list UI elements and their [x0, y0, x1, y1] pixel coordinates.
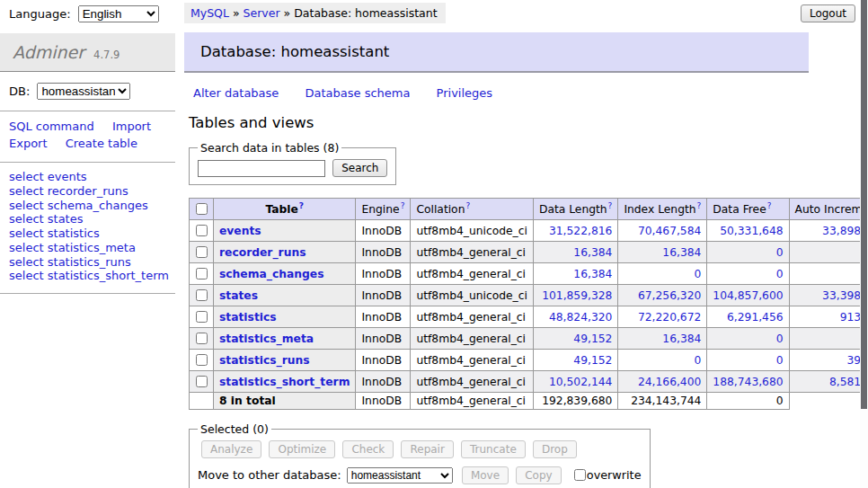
drop-button[interactable]: Drop — [533, 440, 577, 458]
collation-cell: utf8mb4_unicode_ci — [411, 285, 534, 306]
database-schema-link[interactable]: Database schema — [306, 86, 411, 100]
row-checkbox[interactable] — [196, 289, 208, 301]
row-checkbox[interactable] — [196, 333, 208, 344]
check-button[interactable]: Check — [342, 440, 394, 458]
search-input[interactable] — [198, 160, 325, 177]
truncate-button[interactable]: Truncate — [461, 440, 526, 458]
row-checkbox[interactable] — [196, 246, 208, 258]
auto-increment-link[interactable]: 8,581,645 — [795, 376, 868, 388]
scrollbar[interactable] — [860, 0, 868, 488]
data-length-link[interactable]: 101,859,328 — [539, 289, 612, 302]
data-length-link[interactable]: 49,152 — [539, 354, 612, 367]
index-length-link[interactable]: 67,256,320 — [624, 289, 701, 302]
table-row: states InnoDB utf8mb4_unicode_ci 101,859… — [190, 285, 868, 306]
data-length-link[interactable]: 31,522,816 — [539, 225, 612, 237]
db-select[interactable]: homeassistant — [37, 83, 130, 100]
move-button[interactable]: Move — [462, 466, 509, 484]
breadcrumb-server-link[interactable]: Server — [244, 6, 280, 20]
help-link[interactable]: ? — [401, 201, 405, 210]
auto-increment-link[interactable]: 325 — [795, 333, 868, 345]
language-select[interactable]: English — [78, 5, 159, 22]
data-free-link[interactable]: 6,291,456 — [713, 311, 783, 324]
sidebar-select-statistics[interactable]: select statistics — [9, 227, 166, 242]
data-length-link[interactable]: 16,384 — [539, 246, 612, 259]
index-length-link[interactable]: 72,220,672 — [624, 311, 701, 324]
sidebar-select-statistics-meta[interactable]: select statistics_meta — [9, 241, 166, 255]
column-header-table: Table? — [214, 199, 356, 220]
auto-increment-link[interactable]: 39,999 — [795, 354, 868, 367]
copy-button[interactable]: Copy — [516, 466, 561, 484]
auto-increment-link[interactable]: 378 — [795, 246, 868, 259]
help-link[interactable]: ? — [299, 201, 304, 210]
sidebar-select-statistics-runs[interactable]: select statistics_runs — [9, 255, 166, 270]
tables-list: Table? Engine? Collation? Data Length? I… — [189, 198, 868, 410]
data-length-link[interactable]: 49,152 — [539, 333, 612, 345]
index-length-link[interactable]: 16,384 — [624, 246, 701, 259]
data-free-link[interactable]: 0 — [713, 268, 783, 280]
sidebar: Language: English Adminer 4.7.9 DB: home… — [0, 0, 175, 296]
index-length-link[interactable]: 16,384 — [624, 333, 701, 345]
auto-increment-link[interactable]: 913,577 — [795, 311, 868, 324]
collation-cell: utf8mb4_general_ci — [411, 242, 534, 263]
engine-cell: InnoDB — [356, 242, 411, 263]
sidebar-select-schema-changes[interactable]: select schema_changes — [9, 199, 166, 213]
table-name-link[interactable]: statistics_short_term — [219, 376, 350, 388]
help-link[interactable]: ? — [767, 201, 772, 210]
overwrite-label: overwrite — [587, 468, 642, 482]
row-checkbox[interactable] — [196, 268, 208, 279]
table-name-link[interactable]: events — [219, 225, 261, 237]
sidebar-select-statistics-short-term[interactable]: select statistics_short_term — [9, 270, 166, 284]
help-link[interactable]: ? — [608, 201, 613, 210]
data-free-link[interactable]: 0 — [713, 246, 783, 259]
index-length-link[interactable]: 24,166,400 — [624, 376, 701, 388]
sidebar-select-events[interactable]: select events — [9, 171, 166, 185]
auto-increment-link[interactable]: 33,398,984 — [795, 289, 868, 302]
help-link[interactable]: ? — [697, 201, 702, 210]
search-button[interactable]: Search — [332, 159, 387, 177]
sidebar-select-recorder-runs[interactable]: select recorder_runs — [9, 184, 166, 199]
repair-button[interactable]: Repair — [401, 440, 453, 458]
index-length-link[interactable]: 0 — [624, 268, 701, 280]
move-db-select[interactable]: homeassistant — [347, 467, 453, 484]
import-link[interactable]: Import — [112, 120, 151, 133]
row-checkbox[interactable] — [196, 376, 208, 387]
data-free-link[interactable]: 50,331,648 — [713, 225, 783, 237]
engine-cell: InnoDB — [356, 285, 411, 306]
data-free-link[interactable]: 188,743,680 — [713, 376, 783, 388]
alter-database-link[interactable]: Alter database — [193, 86, 279, 100]
total-index-length: 234,143,744 — [618, 393, 707, 410]
sidebar-select-states[interactable]: select states — [9, 213, 166, 227]
analyze-button[interactable]: Analyze — [201, 440, 261, 458]
privileges-link[interactable]: Privileges — [437, 86, 493, 100]
data-free-link[interactable]: 0 — [713, 354, 783, 367]
help-link[interactable]: ? — [465, 201, 470, 210]
sql-command-link[interactable]: SQL command — [9, 120, 94, 133]
export-link[interactable]: Export — [9, 137, 48, 150]
scrollbar-thumb[interactable] — [861, 0, 867, 409]
data-free-link[interactable]: 104,857,600 — [713, 289, 783, 302]
row-checkbox[interactable] — [196, 225, 208, 236]
optimize-button[interactable]: Optimize — [269, 440, 335, 458]
index-length-link[interactable]: 70,467,584 — [624, 225, 701, 237]
index-length-link[interactable]: 0 — [624, 354, 701, 367]
adminer-logo: Adminer 4.7.9 — [0, 33, 175, 72]
table-name-link[interactable]: statistics_meta — [219, 333, 314, 345]
data-free-link[interactable]: 0 — [713, 333, 783, 345]
breadcrumb-mysql-link[interactable]: MySQL — [190, 6, 229, 20]
auto-increment-link[interactable]: 33,898,196 — [795, 225, 868, 237]
row-checkbox[interactable] — [196, 354, 208, 366]
table-name-link[interactable]: statistics_runs — [219, 354, 310, 367]
table-name-link[interactable]: schema_changes — [219, 268, 324, 280]
overwrite-checkbox[interactable] — [574, 469, 586, 481]
logout-button[interactable]: Logout — [801, 4, 855, 22]
data-length-link[interactable]: 16,384 — [539, 268, 612, 280]
create-table-link[interactable]: Create table — [66, 137, 137, 150]
data-length-link[interactable]: 48,824,320 — [539, 311, 612, 324]
row-checkbox[interactable] — [196, 311, 208, 323]
table-name-link[interactable]: states — [219, 289, 258, 302]
table-name-link[interactable]: recorder_runs — [219, 246, 306, 259]
table-name-link[interactable]: statistics — [219, 311, 277, 324]
select-all-checkbox[interactable] — [196, 203, 208, 215]
data-length-link[interactable]: 10,502,144 — [539, 376, 612, 388]
auto-increment-link[interactable]: 6 — [795, 268, 868, 280]
